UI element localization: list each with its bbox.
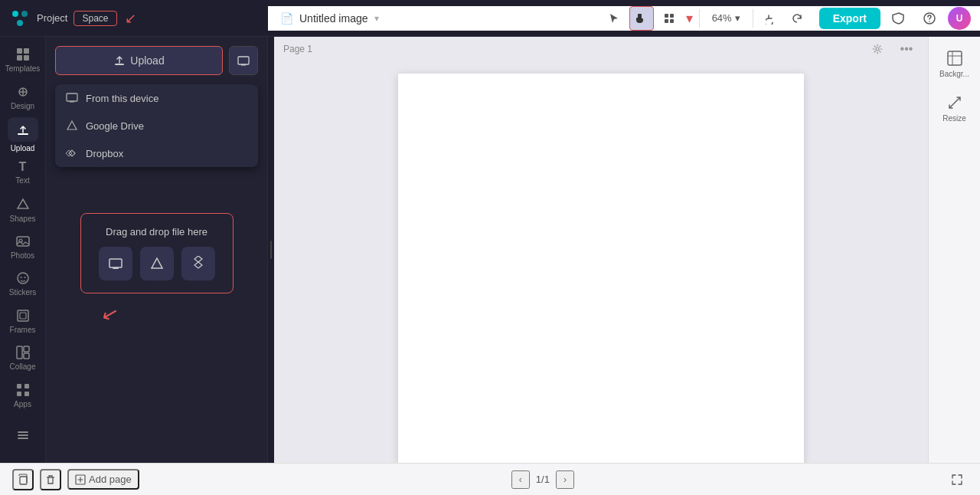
collage-label: Collage — [10, 362, 36, 371]
svg-rect-27 — [24, 384, 29, 388]
bottom-center: ‹ 1/1 › — [511, 470, 574, 489]
dropdown-item-google-drive[interactable]: Google Drive — [55, 112, 258, 139]
svg-rect-21 — [18, 310, 28, 321]
doc-title-chevron[interactable]: ▾ — [374, 13, 379, 24]
dropzone-icons — [93, 247, 220, 280]
sidebar-item-shapes[interactable]: Shapes — [4, 192, 42, 226]
svg-point-18 — [18, 273, 28, 284]
undo-button[interactable] — [760, 6, 784, 31]
background-label: Backgr... — [939, 70, 969, 78]
canvas-more-button[interactable]: ••• — [894, 37, 919, 61]
page-label: Page 1 — [283, 44, 312, 54]
svg-rect-25 — [24, 353, 29, 359]
dropdown-item-dropbox[interactable]: Dropbox — [55, 139, 258, 167]
resize-label: Resize — [942, 114, 966, 123]
zoom-chevron-icon: ▾ — [735, 12, 740, 24]
svg-point-20 — [24, 277, 25, 278]
dropzone-arrow: ↙ — [99, 300, 121, 328]
rs-item-background[interactable]: Backgr... — [933, 43, 976, 84]
svg-rect-6 — [670, 19, 674, 23]
templates-label: Templates — [5, 64, 41, 73]
dropzone-text: Drag and drop file here — [93, 226, 220, 238]
doc-icon: 📄 — [280, 12, 293, 25]
right-sidebar: Backgr... Resize — [928, 37, 980, 463]
upload-device-small-button[interactable] — [229, 46, 258, 75]
resize-handle[interactable] — [268, 37, 274, 463]
design-label: Design — [11, 102, 34, 110]
dz-gdrive-button[interactable] — [140, 247, 174, 280]
page-counter: 1/1 — [536, 474, 550, 485]
topbar-center: 📄 Untitled image ▾ ▾ 64% ▾ — [268, 6, 980, 31]
svg-rect-14 — [18, 133, 28, 135]
export-button[interactable]: Export — [819, 8, 880, 29]
svg-marker-43 — [152, 258, 162, 268]
svg-rect-35 — [241, 64, 246, 66]
shield-icon-button[interactable] — [887, 6, 911, 31]
svg-rect-28 — [17, 392, 21, 396]
frames-label: Frames — [10, 326, 36, 334]
help-icon-button[interactable] — [917, 6, 942, 31]
bottom-left: Add page — [12, 469, 139, 490]
canvas-topbar: Page 1 ••• — [274, 37, 928, 61]
svg-rect-46 — [20, 477, 27, 484]
sidebar-item-text[interactable]: T Text — [4, 156, 42, 189]
from-device-label: From this device — [86, 93, 158, 104]
logo-icon[interactable] — [9, 8, 31, 29]
main-area: Templates Design Upload T Text Shapes — [0, 37, 980, 463]
topbar-tools: ▾ 64% ▾ — [602, 6, 810, 31]
svg-marker-15 — [18, 199, 28, 208]
select-tool-button[interactable] — [602, 6, 626, 31]
sidebar-item-stickers[interactable]: Stickers — [4, 267, 42, 300]
svg-rect-37 — [70, 101, 74, 103]
redo-button[interactable] — [786, 6, 810, 31]
dz-device-button[interactable] — [99, 247, 132, 280]
dropdown-item-from-device[interactable]: From this device — [55, 84, 258, 112]
sidebar-item-collage[interactable]: Collage — [4, 341, 42, 375]
user-avatar[interactable]: U — [948, 7, 971, 30]
svg-rect-11 — [17, 55, 22, 61]
svg-point-0 — [12, 11, 18, 17]
text-label: Text — [15, 176, 29, 185]
dz-dropbox-button[interactable] — [181, 247, 215, 280]
text-icon: T — [19, 160, 27, 174]
add-page-label: Add page — [89, 474, 132, 485]
svg-point-19 — [20, 277, 21, 278]
collage-icon — [15, 345, 31, 360]
dropzone-area: Drag and drop file here ↙ — [80, 213, 234, 293]
canvas-settings-button[interactable] — [865, 37, 890, 61]
sidebar-item-apps[interactable]: Apps — [4, 379, 42, 412]
sidebar-item-upload[interactable]: Upload — [4, 117, 42, 152]
add-page-button[interactable]: Add page — [67, 469, 139, 490]
dropbox-icon — [66, 147, 78, 159]
space-button[interactable]: Space — [74, 11, 116, 26]
page-next-button[interactable]: › — [556, 470, 574, 489]
sidebar-item-frames[interactable]: Frames — [4, 304, 42, 338]
sidebar-item-templates[interactable]: Templates — [4, 43, 42, 77]
page-prev-button[interactable]: ‹ — [511, 470, 530, 489]
bottom-delete-button[interactable] — [40, 469, 61, 490]
sidebar-item-bottom[interactable] — [4, 415, 42, 457]
rs-item-resize[interactable]: Resize — [933, 87, 976, 129]
sidebar-item-design[interactable]: Design — [4, 80, 42, 113]
svg-rect-4 — [670, 14, 674, 18]
bottom-fullscreen-button[interactable] — [946, 469, 968, 490]
topbar-right: Export U — [810, 6, 980, 31]
sidebar-item-photos[interactable]: Photos — [4, 230, 42, 264]
canvas-page[interactable] — [398, 74, 804, 463]
bottom-copy-button[interactable] — [12, 469, 34, 490]
stickers-icon — [15, 270, 31, 286]
upload-panel: Upload ↗ From this device Google Drive — [46, 37, 268, 463]
layout-tool-button[interactable] — [657, 6, 681, 31]
dropzone[interactable]: Drag and drop file here — [80, 213, 234, 293]
svg-rect-26 — [17, 384, 21, 388]
upload-main-button[interactable]: Upload — [55, 46, 223, 75]
zoom-button[interactable]: 64% ▾ — [706, 9, 746, 27]
topbar-left: Project Space ↙ — [0, 8, 268, 29]
svg-marker-38 — [67, 121, 77, 129]
doc-title[interactable]: Untitled image — [299, 12, 368, 25]
upload-label: Upload — [11, 144, 35, 152]
undo-redo-group — [760, 6, 810, 31]
svg-rect-22 — [20, 313, 26, 319]
photos-icon — [15, 234, 31, 249]
hand-tool-button[interactable] — [629, 6, 654, 31]
